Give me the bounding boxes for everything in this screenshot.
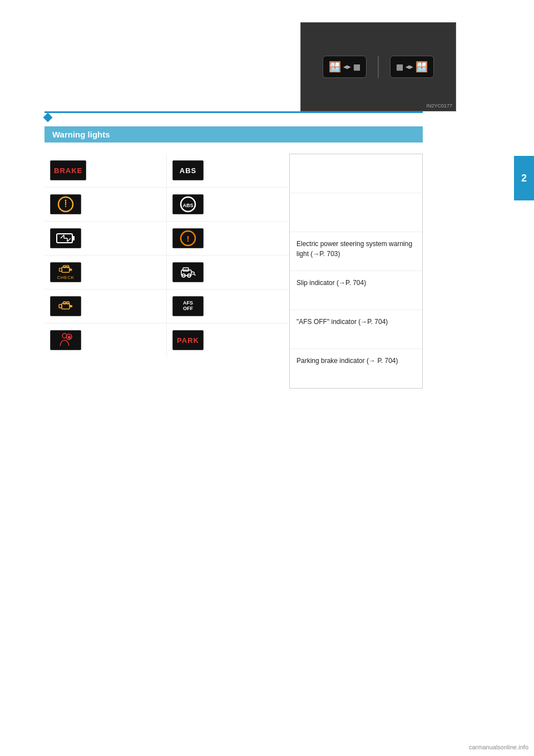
svg-rect-17 — [63, 266, 66, 268]
slip-description: Slip indicator (→P. 704) — [290, 271, 422, 310]
mirror-diagram-image: 🪟 ◀▶ ▦ ▦ ◀▶ 🪟 IN2YC0177 — [300, 22, 456, 111]
brake-label: BRAKE — [54, 166, 82, 175]
battery-badge — [50, 228, 81, 248]
circle-i-cell: ! — [44, 188, 167, 222]
engine-icon — [57, 301, 74, 312]
engine-only-cell — [44, 289, 167, 323]
eps-description-text: Electric power steering system warning l… — [296, 239, 416, 259]
svg-line-7 — [61, 235, 64, 238]
park-description: Parking brake indicator (→ P. 704) — [290, 349, 422, 388]
svg-rect-6 — [72, 236, 75, 240]
svg-rect-16 — [70, 269, 72, 271]
person-cell: ✱ — [44, 323, 167, 357]
svg-line-11 — [67, 238, 71, 242]
left-mirror-indicator: 🪟 ◀▶ ▦ — [323, 56, 367, 78]
circle-i-icon: ! — [57, 195, 75, 213]
svg-rect-25 — [70, 305, 72, 307]
abs-label: ABS — [180, 166, 196, 175]
park-badge: PARK — [172, 330, 204, 350]
eps-icon: ! — [179, 229, 197, 247]
eps-warning-cell: ! — [167, 222, 289, 256]
person-icon: ✱ — [57, 331, 75, 349]
warning-lights-layout: BRAKE ABS ! — [44, 154, 490, 389]
right-descriptions-panel: Electric power steering system warning l… — [289, 154, 423, 389]
person-badge: ✱ — [50, 330, 81, 350]
park-description-text: Parking brake indicator (→ P. 704) — [296, 356, 398, 366]
park-cell: PARK — [167, 323, 289, 357]
svg-text:ABS: ABS — [182, 203, 193, 208]
svg-text:✱: ✱ — [67, 335, 71, 340]
circle-i-badge: ! — [50, 194, 81, 214]
afs-description-text: "AFS OFF" indicator (→P. 704) — [296, 317, 388, 327]
brake-cell: BRAKE — [44, 154, 167, 188]
eps-badge: ! — [172, 228, 204, 248]
svg-point-2 — [65, 200, 67, 202]
warning-lights-header: Warning lights — [44, 126, 423, 143]
check-engine-badge: CHECK — [50, 262, 81, 282]
right-mirror-indicator: ▦ ◀▶ 🪟 — [390, 56, 434, 78]
slip-description-text: Slip indicator (→P. 704) — [296, 278, 366, 288]
brake-badge: BRAKE — [50, 160, 86, 180]
slip-cell — [167, 256, 289, 289]
park-label: PARK — [177, 336, 199, 345]
slip-badge — [172, 262, 204, 282]
svg-rect-24 — [59, 305, 62, 308]
afs-label-line2: OFF — [183, 306, 193, 312]
circle-abs-badge: ABS — [172, 194, 204, 214]
engine-only-badge — [50, 296, 81, 316]
abs-cell: ABS — [167, 154, 289, 188]
check-engine-cell: CHECK — [44, 256, 167, 289]
engine-icon-check — [57, 264, 74, 275]
image-id: IN2YC0177 — [426, 103, 452, 109]
svg-rect-18 — [67, 266, 69, 268]
abs-badge: ABS — [172, 160, 204, 180]
watermark-text: carmanualsonline.info — [469, 744, 528, 750]
circle-abs-cell: ABS — [167, 188, 289, 222]
battery-icon — [56, 232, 75, 244]
chapter-number: 2 — [521, 173, 527, 184]
svg-rect-15 — [60, 268, 62, 272]
svg-rect-26 — [63, 302, 66, 304]
diamond-bullet — [43, 113, 53, 122]
watermark: carmanualsonline.info — [469, 744, 528, 750]
circle-abs-icon: ABS — [179, 195, 197, 213]
warning-badges-grid: BRAKE ABS ! — [44, 154, 289, 357]
afs-description: "AFS OFF" indicator (→P. 704) — [290, 310, 422, 349]
warning-lights-title: Warning lights — [52, 130, 110, 139]
right-blank-1 — [290, 154, 422, 193]
right-blank-2 — [290, 193, 422, 232]
svg-rect-27 — [67, 302, 69, 304]
top-blue-line — [44, 111, 423, 113]
afs-off-badge: AFS OFF — [172, 296, 204, 316]
battery-cell — [44, 222, 167, 256]
check-label: CHECK — [57, 275, 75, 280]
slip-icon — [179, 263, 197, 281]
chapter-tab: 2 — [514, 156, 534, 200]
svg-rect-20 — [183, 268, 189, 271]
eps-description: Electric power steering system warning l… — [290, 232, 422, 271]
svg-text:!: ! — [187, 234, 190, 243]
afs-off-cell: AFS OFF — [167, 289, 289, 323]
